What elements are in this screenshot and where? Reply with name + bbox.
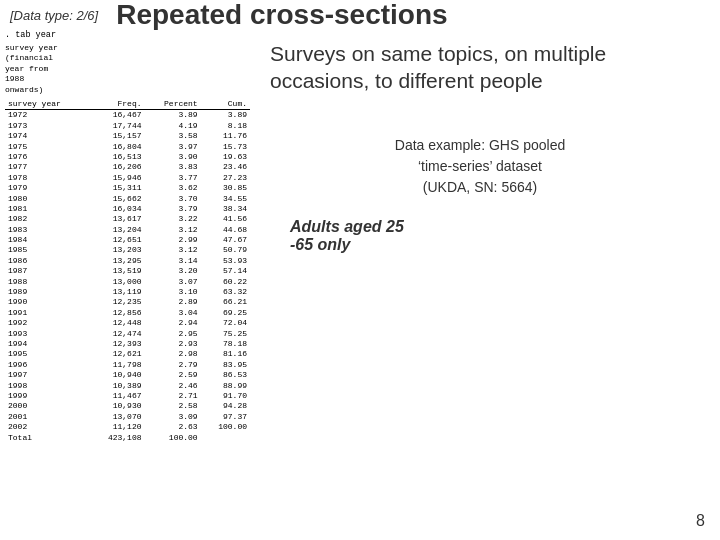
table-row: 197317,7444.198.18 <box>5 121 250 131</box>
table-row: 197616,5133.9019.63 <box>5 152 250 162</box>
table-row: 199112,8563.0469.25 <box>5 308 250 318</box>
page-number: 8 <box>696 512 705 530</box>
table-header: survey year Freq. Percent Cum. <box>5 99 250 110</box>
table-row: 197516,8043.9715.73 <box>5 142 250 152</box>
table-row: 199710,9402.5986.53 <box>5 370 250 380</box>
table-row: 198213,6173.2241.56 <box>5 214 250 224</box>
table-row: 198813,0003.0760.22 <box>5 277 250 287</box>
table-row: 197815,9463.7727.23 <box>5 173 250 183</box>
table-row: 198613,2953.1453.93 <box>5 256 250 266</box>
table-row: 198116,0343.7938.34 <box>5 204 250 214</box>
stata-tbody: 197216,4673.893.89197317,7444.198.181974… <box>5 110 250 433</box>
table-row: 199012,2352.8966.21 <box>5 297 250 307</box>
stata-command: . tab year <box>5 30 250 41</box>
table-row: 198513,2033.1250.79 <box>5 245 250 255</box>
table-row: 197915,3113.6230.85 <box>5 183 250 193</box>
col-freq: Freq. <box>88 99 144 110</box>
table-row: 198913,1193.1063.32 <box>5 287 250 297</box>
main-title: Repeated cross-sections <box>116 1 447 29</box>
stata-table: survey year Freq. Percent Cum. 197216,46… <box>5 99 250 443</box>
table-row: 199212,4482.9472.04 <box>5 318 250 328</box>
col-cum: Cum. <box>201 99 250 110</box>
col-percent: Percent <box>145 99 201 110</box>
table-row: 199810,3892.4688.99 <box>5 381 250 391</box>
table-row: 197216,4673.893.89 <box>5 110 250 121</box>
table-row: 199512,6212.9881.16 <box>5 349 250 359</box>
stata-panel: . tab year survey year (financial year f… <box>5 30 250 490</box>
table-row: 200010,9302.5894.28 <box>5 401 250 411</box>
table-row: 197716,2063.8323.46 <box>5 162 250 172</box>
table-row: 199412,3932.9378.18 <box>5 339 250 349</box>
table-row: 198015,6623.7034.55 <box>5 194 250 204</box>
table-row: 200211,1202.63100.00 <box>5 422 250 432</box>
var-description: survey year (financial year from 1988 on… <box>5 43 250 95</box>
data-type-label: [Data type: 2/6] <box>10 8 98 23</box>
adults-text: Adults aged 25 -65 only <box>290 218 690 254</box>
table-row: 199911,4672.7191.70 <box>5 391 250 401</box>
header: [Data type: 2/6] Repeated cross-sections <box>0 0 720 30</box>
table-row: 198713,5193.2057.14 <box>5 266 250 276</box>
table-row: 199611,7982.7983.95 <box>5 360 250 370</box>
table-row: 197415,1573.5811.76 <box>5 131 250 141</box>
table-row: 198313,2043.1244.68 <box>5 225 250 235</box>
data-example: Data example: GHS pooled ‘time-series’ d… <box>270 135 690 198</box>
col-year: survey year <box>5 99 88 110</box>
stata-tfoot: Total423,108100.00 <box>5 433 250 443</box>
subtitle-text: Surveys on same topics, on multiple occa… <box>270 40 690 95</box>
table-row: 200113,0703.0997.37 <box>5 412 250 422</box>
right-panel: Surveys on same topics, on multiple occa… <box>255 30 705 264</box>
table-row: 199312,4742.9575.25 <box>5 329 250 339</box>
table-row: 198412,6512.9947.67 <box>5 235 250 245</box>
